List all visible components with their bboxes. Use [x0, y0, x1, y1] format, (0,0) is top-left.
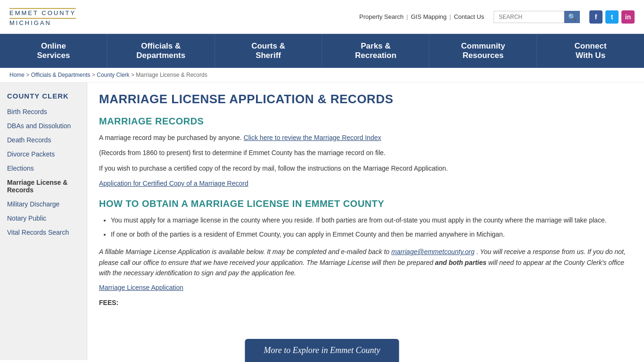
search-area: 🔍: [494, 11, 580, 23]
social-icons: f t in: [589, 10, 635, 24]
nav-parks-recreation[interactable]: Parks &Recreation: [322, 34, 429, 68]
nav-courts-sheriff[interactable]: Courts &Sheriff: [215, 34, 322, 68]
breadcrumb-county-clerk[interactable]: County Clerk: [97, 72, 129, 78]
section2-heading: HOW TO OBTAIN A MARRIAGE LICENSE IN EMME…: [99, 198, 632, 209]
facebook-icon[interactable]: f: [589, 10, 603, 24]
breadcrumb: Home > Officials & Departments > County …: [0, 68, 644, 82]
para1b: (Records from 1860 to present) first to …: [99, 148, 632, 158]
nav-online-services[interactable]: OnlineServices: [0, 34, 107, 68]
property-search-link[interactable]: Property Search: [359, 13, 404, 20]
nav-community-resources[interactable]: CommunityResources: [429, 34, 537, 68]
bullet-1: You must apply for a marriage license in…: [111, 215, 632, 225]
page-header: Emmet County MICHIGAN Property Search | …: [0, 0, 644, 34]
nav-officials-departments[interactable]: Officials &Departments: [107, 34, 215, 68]
para2: If you wish to purchase a certified copy…: [99, 163, 632, 173]
header-right: Property Search | GIS Mapping | Contact …: [359, 10, 635, 24]
email-link[interactable]: marriage@emmetcounty.org: [391, 248, 475, 255]
gis-mapping-link[interactable]: GIS Mapping: [411, 13, 446, 20]
bullet-2: If one or both of the parties is a resid…: [111, 229, 632, 239]
sidebar-death-records[interactable]: Death Records: [0, 133, 87, 147]
sidebar-marriage-license[interactable]: Marriage License & Records: [0, 175, 87, 197]
sidebar-vital-records[interactable]: Vital Records Search: [0, 225, 87, 239]
header-links: Property Search | GIS Mapping | Contact …: [359, 13, 484, 20]
certified-copy-link[interactable]: Application for Certified Copy of a Marr…: [99, 180, 248, 187]
contact-us-link[interactable]: Contact Us: [454, 13, 484, 20]
sidebar-military-discharge[interactable]: Military Discharge: [0, 197, 87, 211]
sidebar-notary-public[interactable]: Notary Public: [0, 211, 87, 225]
logo[interactable]: Emmet County MICHIGAN: [9, 7, 76, 26]
marriage-license-app-link[interactable]: Marriage License Application: [99, 284, 183, 291]
page-title: MARRIAGE LICENSE APPLICATION & RECORDS: [99, 92, 632, 107]
sidebar: COUNTY CLERK Birth Records DBAs and Diss…: [0, 82, 87, 360]
twitter-icon[interactable]: t: [605, 10, 619, 24]
sep1: |: [406, 13, 408, 20]
logo-text: Emmet County MICHIGAN: [9, 7, 76, 26]
main-content: MARRIAGE LICENSE APPLICATION & RECORDS M…: [87, 82, 644, 360]
fillable-app-para: A fillable Marriage License Application …: [99, 247, 632, 278]
main-nav: OnlineServices Officials &Departments Co…: [0, 34, 644, 68]
section1-heading: MARRIAGE RECORDS: [99, 116, 632, 127]
instagram-icon[interactable]: in: [621, 10, 635, 24]
sidebar-elections[interactable]: Elections: [0, 161, 87, 175]
sidebar-dbas[interactable]: DBAs and Dissolution: [0, 119, 87, 133]
content-wrapper: COUNTY CLERK Birth Records DBAs and Diss…: [0, 82, 644, 360]
explore-banner[interactable]: More to Explore in Emmet County: [245, 339, 399, 360]
para1: A marriage record may be purchased by an…: [99, 132, 632, 143]
marriage-record-index-link[interactable]: Click here to review the Marriage Record…: [244, 134, 381, 141]
logo-line1: Emmet County: [9, 8, 76, 16]
breadcrumb-home[interactable]: Home: [9, 72, 25, 78]
breadcrumb-officials[interactable]: Officials & Departments: [31, 72, 91, 78]
search-button[interactable]: 🔍: [564, 11, 580, 23]
logo-line2: MICHIGAN: [9, 18, 76, 26]
fees-label: FEES:: [99, 299, 118, 306]
breadcrumb-current: Marriage License & Records: [136, 72, 207, 78]
marriage-license-bullets: You must apply for a marriage license in…: [111, 215, 632, 240]
bold-italic-text: and both parties: [435, 259, 487, 266]
nav-connect-with-us[interactable]: ConnectWith Us: [537, 34, 644, 68]
sidebar-title: COUNTY CLERK: [0, 90, 87, 105]
search-input[interactable]: [494, 11, 564, 23]
sidebar-divorce-packets[interactable]: Divorce Packets: [0, 147, 87, 161]
sep2: |: [449, 13, 451, 20]
sidebar-birth-records[interactable]: Birth Records: [0, 105, 87, 119]
